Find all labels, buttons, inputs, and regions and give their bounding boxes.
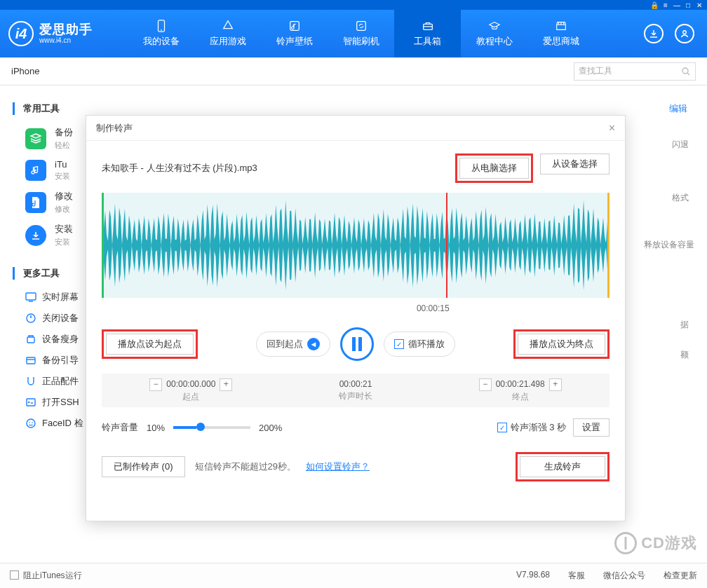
checkbox-checked-icon: ✓: [497, 423, 507, 432]
grad-icon: [487, 20, 501, 32]
nav-label: 铃声壁纸: [276, 35, 313, 48]
playhead[interactable]: [446, 193, 447, 298]
fade-settings-button[interactable]: 设置: [573, 418, 610, 437]
sub-header: iPhone 查找工具: [0, 57, 707, 86]
apps-icon: [221, 20, 235, 32]
loop-pill: ✓ 循环播放: [384, 331, 455, 357]
end-minus-button[interactable]: −: [479, 378, 492, 391]
close-icon[interactable]: ×: [609, 122, 615, 135]
back-to-start-button[interactable]: 回到起点 ◄: [257, 332, 330, 356]
volume-row: 铃声音量 10% 200% ✓铃声渐强 3 秒 设置: [102, 418, 610, 437]
svg-rect-3: [356, 22, 365, 31]
window-titlebar: 🔒 ≡ — □ ✕: [0, 0, 707, 10]
menu-icon[interactable]: ≡: [661, 0, 671, 10]
duration-label: 铃声时长: [339, 390, 372, 402]
loop-toggle[interactable]: ✓ 循环播放: [384, 332, 454, 356]
player-controls: 播放点设为起点 回到起点 ◄ ✓ 循环播放: [102, 327, 610, 361]
start-minus-button[interactable]: −: [149, 378, 162, 391]
highlight-from-pc: 从电脑选择: [455, 153, 533, 183]
svg-point-6: [682, 68, 688, 74]
logo-icon: i4: [8, 21, 34, 46]
music-icon: [288, 20, 302, 32]
play-pause-button[interactable]: [340, 327, 374, 361]
store-icon: [554, 20, 568, 32]
modal-title: 制作铃声: [96, 122, 133, 135]
back-to-start-pill: 回到起点 ◄: [256, 331, 330, 357]
highlight-generate: 生成铃声: [516, 452, 610, 481]
from-device-button[interactable]: 从设备选择: [540, 153, 610, 175]
fade-toggle[interactable]: ✓铃声渐强 3 秒: [497, 421, 566, 434]
nav-label: 爱思商城: [543, 35, 579, 48]
start-time-label: 起点: [182, 391, 199, 403]
from-pc-button[interactable]: 从电脑选择: [459, 158, 529, 179]
slider-knob-icon[interactable]: [196, 423, 205, 431]
highlight-set-end: 播放点设为终点: [513, 329, 610, 359]
waveform[interactable]: [102, 193, 610, 298]
file-name: 未知歌手 - 人生没有过不去 (片段).mp3: [102, 162, 257, 175]
time-range-strip: − 00:00:00.000 + 起点 00:00:21 铃声时长 − 00:0…: [102, 374, 610, 407]
toolbox-icon: [421, 20, 435, 32]
user-icon[interactable]: [675, 24, 694, 43]
end-time-value: 00:00:21.498: [496, 378, 545, 390]
made-ringtones-button[interactable]: 已制作铃声 (0): [102, 456, 185, 477]
version-label: V7.98.68: [516, 570, 550, 582]
nav-apps[interactable]: 应用游戏: [194, 10, 261, 57]
set-end-button[interactable]: 播放点设为终点: [518, 334, 605, 355]
brand-site: www.i4.cn: [39, 36, 93, 44]
download-icon[interactable]: [644, 24, 664, 43]
hint-text: 短信铃声不能超过29秒。: [195, 460, 296, 473]
help-link[interactable]: 如何设置铃声？: [306, 460, 370, 473]
watermark: CD游戏: [614, 532, 697, 554]
brand-logo: i4 爱思助手 www.i4.cn: [8, 21, 128, 46]
duration-col: 00:00:21 铃声时长: [274, 378, 438, 402]
svg-point-5: [683, 31, 687, 34]
update-link[interactable]: 检查更新: [664, 570, 697, 582]
nav-toolbox[interactable]: 工具箱: [394, 10, 461, 57]
volume-label: 铃声音量: [102, 421, 138, 434]
support-link[interactable]: 客服: [568, 570, 585, 582]
volume-min: 10%: [147, 423, 165, 433]
checkbox-checked-icon: ✓: [394, 339, 404, 349]
end-time-col: − 00:00:21.498 + 终点: [438, 378, 602, 403]
end-time-label: 终点: [512, 391, 529, 403]
nav-store[interactable]: 爱思商城: [527, 10, 594, 57]
modal-footer: 已制作铃声 (0) 短信铃声不能超过29秒。 如何设置铃声？ 生成铃声: [102, 452, 610, 481]
search-placeholder: 查找工具: [579, 65, 612, 77]
nav-ringtone[interactable]: 铃声壁纸: [261, 10, 328, 57]
watermark-icon: [614, 532, 637, 554]
nav-label: 工具箱: [414, 35, 441, 48]
generate-button[interactable]: 生成铃声: [520, 456, 605, 477]
maximize-icon[interactable]: □: [683, 0, 693, 10]
waveform-area: 00:00 00:21 00:00:15: [102, 193, 610, 298]
ringtone-modal: 制作铃声 × 未知歌手 - 人生没有过不去 (片段).mp3 从电脑选择 从设备…: [86, 115, 626, 521]
end-plus-button[interactable]: +: [549, 378, 562, 391]
wechat-link[interactable]: 微信公众号: [603, 570, 645, 582]
start-time-col: − 00:00:00.000 + 起点: [109, 378, 274, 403]
minimize-icon[interactable]: —: [672, 0, 682, 10]
header-actions: [644, 24, 694, 43]
modal-overlay: 制作铃声 × 未知歌手 - 人生没有过不去 (片段).mp3 从电脑选择 从设备…: [0, 86, 707, 563]
nav-label: 应用游戏: [210, 35, 246, 48]
brand-name: 爱思助手: [39, 23, 93, 37]
playhead-time: 00:00:15: [417, 303, 450, 313]
arrow-left-icon: ◄: [307, 338, 320, 350]
highlight-set-start: 播放点设为起点: [102, 329, 198, 359]
volume-max: 200%: [259, 423, 282, 433]
nav-label: 智能刷机: [343, 35, 379, 48]
nav-flash[interactable]: 智能刷机: [328, 10, 394, 57]
nav-label: 教程中心: [476, 35, 513, 48]
status-bar: 阻止iTunes运行 V7.98.68 客服 微信公众号 检查更新: [0, 563, 707, 588]
phone-icon: [154, 20, 168, 32]
nav-tutorials[interactable]: 教程中心: [461, 10, 527, 57]
nav-my-device[interactable]: 我的设备: [128, 10, 194, 57]
set-start-button[interactable]: 播放点设为起点: [106, 334, 194, 355]
checkbox-icon: [10, 570, 19, 580]
start-plus-button[interactable]: +: [220, 378, 232, 391]
svg-point-1: [161, 29, 162, 31]
volume-slider[interactable]: [173, 426, 250, 429]
nav-label: 我的设备: [143, 35, 180, 48]
lock-icon[interactable]: 🔒: [649, 0, 659, 10]
search-input[interactable]: 查找工具: [574, 62, 696, 81]
close-icon[interactable]: ✕: [694, 0, 704, 10]
block-itunes-toggle[interactable]: 阻止iTunes运行: [10, 570, 82, 582]
